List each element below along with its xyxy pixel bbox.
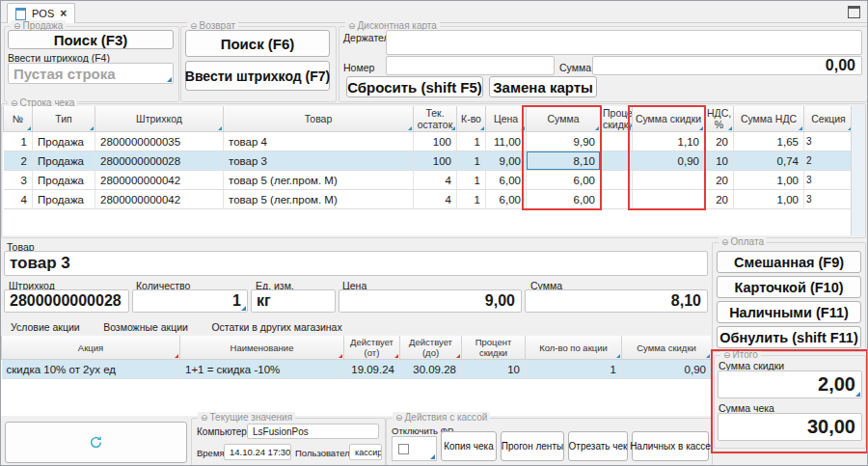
sale-group: ⊖Продажа Поиск (F3) Ввести штрихкод (F4)… bbox=[4, 26, 179, 102]
tab-possible-promos[interactable]: Возможные акции bbox=[101, 319, 190, 336]
table-row[interactable]: скидка 10% от 2ух ед1+1 = скидка -10%19.… bbox=[2, 360, 712, 379]
column-header[interactable]: № bbox=[4, 106, 33, 132]
column-header[interactable]: К-во bbox=[457, 106, 486, 132]
column-header[interactable]: Штрихкод bbox=[95, 106, 224, 132]
return-search-button[interactable]: Поиск (F6) bbox=[185, 30, 330, 57]
card-number-input[interactable] bbox=[386, 56, 555, 75]
computer-label: Компьютер bbox=[197, 426, 247, 437]
sale-barcode-input[interactable]: Пустая строка bbox=[8, 63, 174, 84]
collapse-icon: ⊖ bbox=[723, 350, 731, 360]
column-header[interactable]: Сумма НДС bbox=[734, 106, 804, 132]
holder-input[interactable] bbox=[386, 30, 862, 55]
cash-actions-title: Действия с кассой bbox=[405, 412, 488, 423]
table-row[interactable]: 1Продажа2800000000035товар 4100111,009,9… bbox=[4, 132, 852, 151]
total-group-title: Итого bbox=[733, 349, 758, 360]
current-values-group: ⊖Текущие значения Компьютер LsFusionPos … bbox=[191, 418, 386, 466]
sale-barcode-placeholder: Пустая строка bbox=[14, 66, 116, 82]
reset-card-button[interactable]: Сбросить (shift F5) bbox=[346, 76, 483, 97]
total-discount-field: 2,00 bbox=[718, 370, 862, 398]
user-label: Пользователь bbox=[295, 448, 355, 458]
receipt-copy-button[interactable]: Копия чека bbox=[441, 431, 497, 461]
close-icon[interactable]: × bbox=[60, 9, 67, 18]
collapse-icon: ⊖ bbox=[395, 413, 403, 423]
pos-window: POS × ⊖Продажа Поиск (F3) Ввести штрихко… bbox=[0, 0, 868, 466]
column-header[interactable]: Тип bbox=[33, 106, 95, 132]
pay-card-button[interactable]: Карточкой (F10) bbox=[717, 276, 861, 298]
promo-tabs: Условие акции Возможные акции Остатки в … bbox=[9, 317, 360, 334]
document-icon bbox=[15, 8, 26, 20]
tab-title: POS bbox=[32, 8, 54, 19]
column-header[interactable]: НДС, % bbox=[705, 106, 734, 132]
product-name-field: товар 3 bbox=[4, 251, 708, 276]
payment-group-title: Оплата bbox=[731, 236, 764, 247]
return-barcode-button[interactable]: Ввести штрихкод (F7) bbox=[185, 61, 330, 91]
price-field[interactable]: 9,00 bbox=[339, 289, 522, 313]
card-sum-label: Сумма bbox=[559, 62, 591, 73]
sale-search-button[interactable]: Поиск (F3) bbox=[8, 30, 174, 49]
table-row[interactable]: 2Продажа2800000000028товар 310019,008,10… bbox=[4, 151, 852, 171]
return-group: ⊖Возврат Поиск (F6) Ввести штрихкод (F7) bbox=[180, 26, 337, 102]
product-sum-field[interactable]: 8,10 bbox=[525, 289, 708, 313]
table-row[interactable]: 3Продажа2800000000042товар 5 (лег.пром. … bbox=[4, 171, 852, 190]
tab-other-stores-stock[interactable]: Остатки в других магазинах bbox=[209, 319, 343, 336]
cash-actions-group: ⊖Действия с кассой Отключить ФР Копия че… bbox=[386, 418, 713, 466]
column-header[interactable]: Кол-во по акции bbox=[526, 336, 622, 360]
total-sum-field: 30,00 bbox=[718, 413, 862, 441]
promo-table: АкцияНаименованиеДействует (от)Действует… bbox=[1, 336, 711, 416]
column-header[interactable]: Цена bbox=[486, 106, 527, 132]
disable-fr-panel bbox=[392, 436, 437, 461]
column-header[interactable]: Сумма скидки bbox=[633, 106, 705, 132]
cut-receipt-button[interactable]: Отрезать чек bbox=[568, 431, 628, 461]
payment-group: ⊖Оплата Смешанная (F9) Карточкой (F10) Н… bbox=[712, 242, 866, 352]
refresh-button[interactable] bbox=[5, 422, 187, 463]
cash-in-register-button[interactable]: Наличных в кассе bbox=[632, 431, 709, 461]
column-header[interactable]: Процент скидки bbox=[462, 336, 526, 360]
reset-receipt-button[interactable]: Обнулить (shift F11) bbox=[717, 326, 861, 348]
card-number-label: Номер bbox=[343, 62, 374, 73]
receipt-table: №ТипШтрихкодТоварТек. остатокК-воЦенаСум… bbox=[3, 106, 851, 235]
column-header[interactable]: Сумма скидки bbox=[622, 336, 712, 360]
column-header[interactable]: Тек. остаток bbox=[414, 106, 457, 132]
refresh-icon bbox=[89, 435, 103, 450]
card-sum-input[interactable]: 0,00 bbox=[592, 56, 862, 75]
column-header[interactable]: Сумма bbox=[527, 106, 601, 132]
restore-window-icon[interactable] bbox=[848, 6, 860, 18]
time-label: Время bbox=[197, 448, 225, 458]
collapse-icon: ⊖ bbox=[201, 413, 208, 423]
unit-field[interactable]: кг bbox=[251, 289, 336, 313]
column-header[interactable]: Действует (от) bbox=[344, 336, 400, 360]
user-field[interactable]: кассир маг 1 bbox=[349, 444, 382, 460]
column-header[interactable]: Акция bbox=[2, 336, 180, 360]
column-header[interactable]: Действует (до) bbox=[400, 336, 462, 360]
column-header[interactable]: Секция bbox=[804, 106, 852, 132]
total-group: ⊖Итого Сумма скидки 2,00 Сумма чека 30,0… bbox=[714, 355, 866, 449]
column-header[interactable]: Наименование bbox=[180, 336, 344, 360]
quantity-field[interactable]: 1 bbox=[132, 289, 248, 313]
receipt-lines-group: ⊖Строка чека №ТипШтрихкодТоварТек. остат… bbox=[1, 103, 866, 238]
column-header[interactable]: Товар bbox=[224, 106, 414, 132]
column-header[interactable]: Процент скидки bbox=[601, 106, 633, 132]
table-row[interactable]: 4Продажа2800000000042товар 5 (лег.пром. … bbox=[4, 190, 852, 209]
product-barcode-field[interactable]: 2800000000028 bbox=[4, 289, 129, 313]
pay-cash-button[interactable]: Наличными (F11) bbox=[717, 301, 861, 323]
collapse-icon: ⊖ bbox=[721, 237, 729, 247]
current-values-title: Текущие значения bbox=[210, 412, 293, 423]
time-field[interactable]: 14.10.24 17:30 bbox=[224, 444, 291, 460]
receipt-table-scrollbar[interactable] bbox=[851, 106, 864, 235]
pay-mixed-button[interactable]: Смешанная (F9) bbox=[717, 251, 861, 273]
computer-field[interactable]: LsFusionPos bbox=[247, 424, 379, 439]
disable-fr-checkbox[interactable] bbox=[398, 444, 409, 454]
replace-card-button[interactable]: Замена карты bbox=[489, 76, 597, 97]
collapse-icon: ⊖ bbox=[348, 21, 356, 31]
feed-tape-button[interactable]: Прогон ленты bbox=[501, 431, 564, 461]
